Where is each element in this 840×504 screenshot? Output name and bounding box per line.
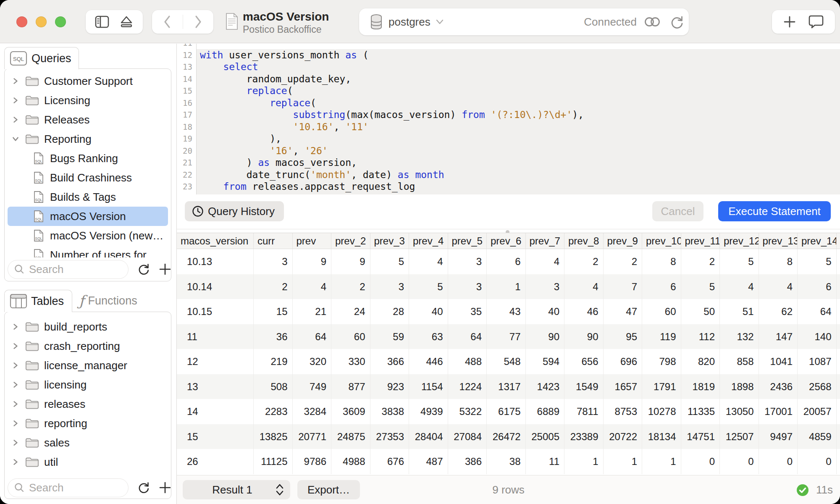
query-item-build-crashiness[interactable]: SQLBuild Crashiness bbox=[8, 168, 168, 187]
column-header-prev-13[interactable]: prev_13 bbox=[759, 233, 798, 249]
chevron-right-icon[interactable] bbox=[10, 342, 21, 350]
table-row-15[interactable]: 1513825207712487527353284042708426472250… bbox=[177, 424, 840, 449]
folder-sales[interactable]: sales bbox=[8, 433, 168, 452]
folder-reporting[interactable]: reporting bbox=[8, 414, 168, 433]
column-header-prev-5[interactable]: prev_5 bbox=[448, 233, 487, 249]
query-item-builds-tags[interactable]: SQLBuilds & Tags bbox=[8, 187, 168, 207]
feedback-bubble-button[interactable] bbox=[808, 14, 824, 30]
tab-tables[interactable]: Tables bbox=[4, 290, 72, 312]
table-row-10-15[interactable]: 10.15152124284035434046476050516264 bbox=[177, 299, 840, 324]
tables-search-input[interactable] bbox=[29, 481, 117, 494]
chevron-right-icon[interactable] bbox=[10, 400, 21, 408]
folder-licensing[interactable]: Licensing bbox=[8, 91, 168, 110]
back-button[interactable] bbox=[162, 14, 173, 30]
column-header-prev-3[interactable]: prev_3 bbox=[370, 233, 410, 249]
column-header-prev-11[interactable]: prev_11 bbox=[681, 233, 720, 249]
result-selector[interactable]: Result 1 bbox=[183, 480, 290, 499]
tables-search-field[interactable] bbox=[8, 478, 129, 497]
forward-button[interactable] bbox=[193, 14, 204, 30]
table-row-13[interactable]: 1350874987792311541224131714231549165717… bbox=[177, 374, 840, 399]
code-line-14[interactable]: random_update_key, bbox=[197, 73, 840, 85]
sidebar-toggle-button[interactable] bbox=[94, 14, 110, 29]
close-button[interactable] bbox=[16, 16, 27, 27]
chevron-right-icon[interactable] bbox=[10, 362, 21, 369]
add-table-button[interactable] bbox=[159, 481, 171, 494]
query-item-bugs-ranking[interactable]: SQLBugs Ranking bbox=[8, 149, 168, 168]
code-line-22[interactable]: date_trunc('month', date) as month bbox=[197, 169, 840, 181]
folder-releases[interactable]: Releases bbox=[8, 110, 168, 129]
code-line-16[interactable]: replace( bbox=[197, 97, 840, 109]
column-header-macos-version[interactable]: macos_version bbox=[177, 233, 254, 249]
folder-build-reports[interactable]: build_reports bbox=[8, 317, 168, 336]
zoom-button[interactable] bbox=[55, 16, 66, 27]
code-line-19[interactable]: ), bbox=[197, 133, 840, 145]
column-header-prev-9[interactable]: prev_9 bbox=[604, 233, 643, 249]
table-row-26[interactable]: 26111259786498867648738638111110000 bbox=[177, 449, 840, 474]
folder-customer-support[interactable]: Customer Support bbox=[8, 71, 168, 91]
query-item-number-of-users-for[interactable]: SQLNumber of users for… bbox=[8, 245, 168, 257]
column-header-prev-6[interactable]: prev_6 bbox=[487, 233, 526, 249]
link-icon[interactable] bbox=[643, 13, 662, 32]
folder-license-manager[interactable]: license_manager bbox=[8, 356, 168, 375]
export-button[interactable]: Export… bbox=[297, 480, 360, 499]
tab-queries[interactable]: SQL Queries bbox=[4, 47, 79, 69]
minimize-button[interactable] bbox=[36, 16, 47, 27]
chevron-down-icon[interactable] bbox=[10, 135, 21, 143]
eject-button[interactable] bbox=[118, 14, 135, 29]
column-header-prev-8[interactable]: prev_8 bbox=[564, 233, 604, 249]
table-row-12[interactable]: 1221932033036644648854859465669679882085… bbox=[177, 349, 840, 374]
chevron-right-icon[interactable] bbox=[10, 77, 21, 85]
column-header-prev-12[interactable]: prev_12 bbox=[720, 233, 759, 249]
code-line-21[interactable]: ) as macos_version, bbox=[197, 157, 840, 169]
add-query-button[interactable] bbox=[159, 263, 171, 276]
queries-search-field[interactable] bbox=[8, 260, 129, 279]
sql-editor[interactable]: with user_versions_month as ( select ran… bbox=[177, 44, 840, 194]
tab-functions[interactable]: ƒ Functions bbox=[76, 290, 166, 311]
folder-reporting[interactable]: Reporting bbox=[8, 129, 168, 149]
tables-refresh-button[interactable] bbox=[137, 480, 150, 495]
folder-licensing[interactable]: licensing bbox=[8, 375, 168, 394]
code-line-23[interactable]: from releases.appcast_request_log bbox=[197, 181, 840, 193]
add-button[interactable] bbox=[782, 15, 797, 29]
execute-statement-button[interactable]: Execute Statement bbox=[718, 201, 831, 221]
column-header-prev-7[interactable]: prev_7 bbox=[526, 233, 565, 249]
queries-search-input[interactable] bbox=[29, 263, 117, 276]
chevron-right-icon[interactable] bbox=[10, 420, 21, 427]
table-row-14[interactable]: 1422833284360938384939532261756889781187… bbox=[177, 399, 840, 424]
column-header-prev[interactable]: prev bbox=[293, 233, 332, 249]
code-line-20[interactable]: '16', '26' bbox=[197, 145, 840, 157]
code-line-13[interactable]: select bbox=[197, 61, 840, 73]
code-line-12[interactable]: with user_versions_month as ( bbox=[197, 49, 840, 61]
reconnect-refresh-icon[interactable] bbox=[669, 14, 685, 32]
folder-crash-reporting[interactable]: crash_reporting bbox=[8, 336, 168, 356]
success-check-icon bbox=[796, 483, 809, 497]
code-line-15[interactable]: replace( bbox=[197, 85, 840, 97]
code-line-17[interactable]: substring(max(macos_version) from '(?:10… bbox=[197, 109, 840, 121]
chevron-right-icon[interactable] bbox=[10, 458, 21, 466]
chevron-right-icon[interactable] bbox=[10, 97, 21, 104]
pane-splitter[interactable] bbox=[177, 229, 840, 233]
query-history-button[interactable]: Query History bbox=[185, 201, 284, 221]
table-row-10-14[interactable]: 10.14242353134765446 bbox=[177, 274, 840, 299]
column-header-prev-4[interactable]: prev_4 bbox=[409, 233, 448, 249]
chevron-right-icon[interactable] bbox=[10, 323, 21, 331]
column-header-prev-14[interactable]: prev_14 bbox=[798, 233, 837, 249]
table-row-10-13[interactable]: 10.13399543642282585 bbox=[177, 249, 840, 274]
cancel-button[interactable]: Cancel bbox=[652, 201, 704, 221]
chevron-right-icon[interactable] bbox=[10, 439, 21, 446]
database-selector[interactable]: postgres bbox=[369, 8, 444, 35]
code-area[interactable]: with user_versions_month as ( select ran… bbox=[197, 44, 840, 194]
code-line-11[interactable] bbox=[197, 44, 840, 49]
query-item-macos-version[interactable]: SQLmacOS Version bbox=[8, 207, 168, 226]
column-header-prev-2[interactable]: prev_2 bbox=[331, 233, 370, 249]
column-header-curr[interactable]: curr bbox=[254, 233, 293, 249]
column-header-prev-10[interactable]: prev_10 bbox=[642, 233, 681, 249]
chevron-right-icon[interactable] bbox=[10, 116, 21, 123]
query-item-macos-version-new[interactable]: SQLmacOS Version (new… bbox=[8, 226, 168, 245]
queries-refresh-button[interactable] bbox=[137, 262, 150, 276]
folder-releases[interactable]: releases bbox=[8, 394, 168, 414]
chevron-right-icon[interactable] bbox=[10, 381, 21, 388]
code-line-18[interactable]: '10.16', '11' bbox=[197, 121, 840, 133]
table-row-11[interactable]: 1136646059636477909095119112132147140 bbox=[177, 324, 840, 349]
folder-util[interactable]: util bbox=[8, 452, 168, 472]
